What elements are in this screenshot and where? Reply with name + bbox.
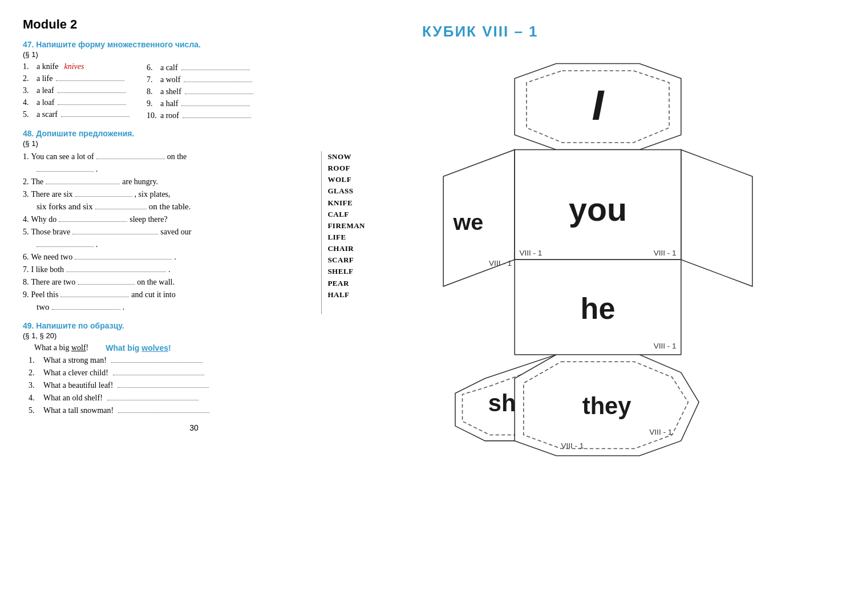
svg-text:VIII - 1: VIII - 1 [520,249,543,257]
svg-text:we: we [453,209,484,234]
ex49-example: What a big wolf! What big wolves! [23,343,365,352]
ex47-note: (§ 1) [23,50,365,59]
ex48-s3: 3. There are six , six plates, [23,189,321,199]
svg-text:they: they [582,392,632,419]
ex47-row-2: 2. a life [23,73,129,83]
svg-text:I: I [592,81,605,129]
ex48-word-list: SNOW ROOF WOLF GLASS KNIFE CALF FIREMAN … [321,151,365,314]
page-number: 30 [23,423,365,432]
ex48-container: 1. You can see a lot of on the . 2. The … [23,151,365,314]
ex47-row-8: 8. a shelf [147,86,253,96]
ex48-s7: 7. I like both . [23,264,321,274]
ex49-item-5: 5. What a tall snowman! [29,405,365,415]
svg-text:VIII - 1: VIII - 1 [649,428,672,436]
cube-diagram: .cube-text { font-family: Arial Black, A… [427,58,769,485]
right-column: КУБИК VIII – 1 .cube-text { font-family:… [377,17,819,599]
ex49-item-2: 2. What a clever child! [29,367,365,378]
ex48-s2: 2. The are hungry. [23,176,321,187]
ex48-s1: 1. You can see a lot of on the [23,151,321,161]
ex47-left: 1. a knife knives 2. a life 3. a leaf 4.… [23,62,129,122]
svg-text:VIII - 1: VIII - 1 [489,259,512,268]
ex49-title: 49. Напишите по образцу. [23,321,365,330]
left-column: Module 2 47. Напишите форму множественно… [23,17,377,599]
ex47-row-4: 4. a loaf [23,97,129,107]
ex49-item-3: 3. What a beautiful leaf! [29,380,365,390]
svg-text:VIII - 1: VIII - 1 [561,441,584,450]
ex47-row-6: 6. a calf [147,62,253,72]
ex47-row-10: 10. a roof [147,110,253,120]
kubik-title: КУБИК VIII – 1 [422,23,539,40]
ex49-item-4: 4. What an old shelf! [29,392,365,403]
ex47-row-9: 9. a half [147,98,253,108]
ex48-s9: 9. Peel this and cut it into [23,289,321,299]
ex48-s5: 5. Those brave saved our [23,226,321,237]
ex48-sentences: 1. You can see a lot of on the . 2. The … [23,151,321,314]
ex49-list: 1. What a strong man! 2. What a clever c… [29,355,365,415]
ex48-title: 48. Допишите предложения. [23,129,365,138]
ex48-s6: 6. We need two . [23,252,321,262]
cube-svg: .cube-text { font-family: Arial Black, A… [427,58,769,485]
ex48-s8: 8. There are two on the wall. [23,277,321,287]
ex47-row-5: 5. a scarf [23,109,129,119]
ex48-note: (§ 1) [23,139,365,148]
ex47-row-3: 3. a leaf [23,85,129,95]
module-title: Module 2 [23,17,365,32]
svg-text:VIII - 1: VIII - 1 [654,249,677,257]
ex47-right: 6. a calf 7. a wolf 8. a shelf 9. a half… [147,62,253,122]
svg-marker-11 [681,149,752,286]
ex49-note: (§ 1, § 20) [23,331,365,340]
ex49-item-1: 1. What a strong man! [29,355,365,365]
svg-text:you: you [569,191,627,228]
svg-text:he: he [581,292,616,325]
ex47-row-1: 1. a knife knives [23,62,129,71]
svg-text:VIII - 1: VIII - 1 [654,342,677,350]
ex47-title: 47. Напишите форму множественного числа. [23,40,365,49]
ex48-s4: 4. Why do sleep there? [23,214,321,224]
ex47-row-7: 7. a wolf [147,74,253,84]
